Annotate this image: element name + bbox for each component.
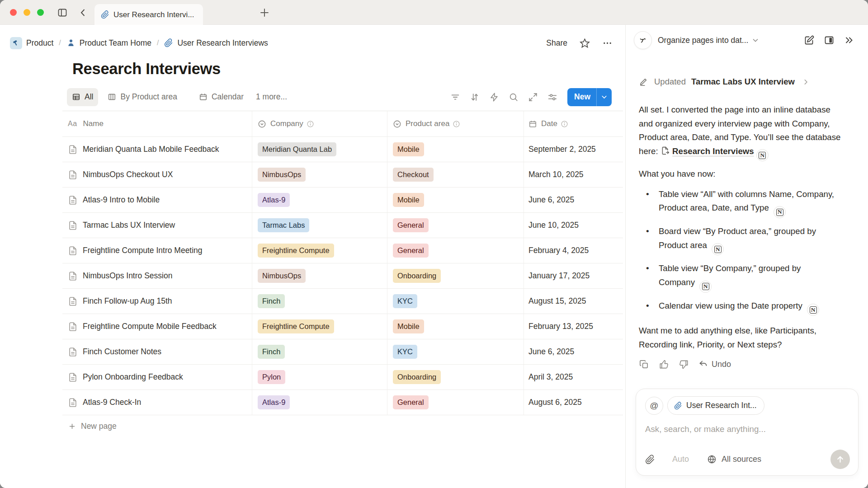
toggle-sidebar-icon[interactable] bbox=[57, 7, 68, 18]
row-company-cell[interactable]: NimbusOps bbox=[252, 263, 387, 288]
product-area-tag[interactable]: General bbox=[393, 395, 429, 410]
row-name-cell[interactable]: Pylon Onboarding Feedback bbox=[62, 365, 252, 389]
row-name-cell[interactable]: NimbusOps Intro Session bbox=[62, 263, 252, 288]
product-area-tag[interactable]: General bbox=[393, 244, 429, 258]
undo-button[interactable]: Undo bbox=[698, 360, 731, 369]
view-tab-calendar[interactable]: Calendar bbox=[194, 88, 249, 106]
row-date-cell[interactable]: February 4, 2025 bbox=[524, 238, 623, 263]
row-date-cell[interactable]: March 10, 2025 bbox=[524, 162, 623, 187]
company-tag[interactable]: Finch bbox=[258, 345, 285, 359]
row-name-cell[interactable]: Meridian Quanta Lab Mobile Feedback bbox=[62, 137, 252, 162]
row-date-cell[interactable]: January 17, 2025 bbox=[524, 263, 623, 288]
collapse-panel-chevrons-icon[interactable] bbox=[844, 35, 854, 46]
row-date-cell[interactable]: August 6, 2025 bbox=[524, 390, 623, 415]
new-button[interactable]: New bbox=[567, 88, 612, 106]
row-company-cell[interactable]: Atlas-9 bbox=[252, 390, 387, 415]
more-options-icon[interactable] bbox=[602, 38, 613, 48]
table-row[interactable]: NimbusOps Checkout UX NimbusOps Checkout… bbox=[62, 162, 623, 188]
new-page-button[interactable]: New page bbox=[62, 415, 623, 437]
breadcrumb-item-product[interactable]: Product bbox=[10, 37, 53, 49]
company-tag[interactable]: Meridian Quanta Lab bbox=[258, 142, 336, 157]
notion-page-badge-icon[interactable]: N bbox=[699, 281, 712, 293]
table-row[interactable]: Atlas-9 Intro to Mobile Atlas-9 Mobile J… bbox=[62, 188, 623, 213]
table-row[interactable]: Atlas-9 Check-In Atlas-9 General August … bbox=[62, 390, 623, 415]
product-area-tag[interactable]: Mobile bbox=[393, 319, 424, 334]
favorite-star-icon[interactable] bbox=[580, 38, 590, 48]
updated-page-row[interactable]: Updated Tarmac Labs UX Interview bbox=[639, 77, 856, 87]
info-icon[interactable] bbox=[307, 120, 314, 128]
auto-mode-button[interactable]: Auto bbox=[672, 455, 689, 464]
table-row[interactable]: Meridian Quanta Lab Mobile Feedback Meri… bbox=[62, 137, 623, 162]
column-header-product-area[interactable]: Product area bbox=[387, 111, 524, 136]
company-tag[interactable]: Tarmac Labs bbox=[258, 218, 309, 233]
row-company-cell[interactable]: NimbusOps bbox=[252, 162, 387, 187]
row-date-cell[interactable]: June 6, 2025 bbox=[524, 188, 623, 212]
search-icon[interactable] bbox=[509, 92, 519, 102]
notion-page-badge-icon[interactable]: N bbox=[712, 243, 724, 255]
row-company-cell[interactable]: Atlas-9 bbox=[252, 188, 387, 212]
row-company-cell[interactable]: Freightline Compute bbox=[252, 238, 387, 263]
company-tag[interactable]: Atlas-9 bbox=[258, 395, 290, 410]
row-product-area-cell[interactable]: General bbox=[387, 390, 524, 415]
row-name-cell[interactable]: Freightline Compute Intro Meeting bbox=[62, 238, 252, 263]
zoom-window-button[interactable] bbox=[37, 9, 44, 16]
notion-page-badge-icon[interactable]: N bbox=[756, 149, 769, 161]
company-tag[interactable]: Atlas-9 bbox=[258, 193, 290, 207]
notion-page-badge-icon[interactable]: N bbox=[807, 304, 819, 316]
context-page-chip[interactable]: User Research Int... bbox=[667, 396, 764, 415]
row-date-cell[interactable]: February 13, 2025 bbox=[524, 314, 623, 339]
toggle-panel-icon[interactable] bbox=[824, 35, 835, 46]
ai-conversation[interactable]: Updated Tarmac Labs UX Interview All set… bbox=[626, 56, 868, 385]
product-area-tag[interactable]: Onboarding bbox=[393, 269, 441, 283]
row-product-area-cell[interactable]: KYC bbox=[387, 339, 524, 364]
product-area-tag[interactable]: General bbox=[393, 218, 429, 233]
company-tag[interactable]: Freightline Compute bbox=[258, 319, 334, 334]
row-product-area-cell[interactable]: Onboarding bbox=[387, 365, 524, 389]
column-header-name[interactable]: Aa Name bbox=[62, 111, 252, 136]
row-product-area-cell[interactable]: Mobile bbox=[387, 314, 524, 339]
table-row[interactable]: Pylon Onboarding Feedback Pylon Onboardi… bbox=[62, 365, 623, 390]
product-area-tag[interactable]: Mobile bbox=[393, 142, 424, 157]
row-product-area-cell[interactable]: Mobile bbox=[387, 137, 524, 162]
row-company-cell[interactable]: Tarmac Labs bbox=[252, 213, 387, 238]
notion-page-badge-icon[interactable]: N bbox=[774, 206, 786, 218]
view-options-sliders-icon[interactable] bbox=[547, 92, 557, 102]
table-row[interactable]: Freightline Compute Mobile Feedback Frei… bbox=[62, 314, 623, 339]
row-name-cell[interactable]: Tarmac Labs UX Interview bbox=[62, 213, 252, 238]
row-date-cell[interactable]: September 2, 2025 bbox=[524, 137, 623, 162]
company-tag[interactable]: Freightline Compute bbox=[258, 244, 334, 258]
product-area-tag[interactable]: Checkout bbox=[393, 168, 434, 182]
row-product-area-cell[interactable]: Checkout bbox=[387, 162, 524, 187]
row-name-cell[interactable]: Finch Customer Notes bbox=[62, 339, 252, 364]
product-area-tag[interactable]: Onboarding bbox=[393, 370, 441, 385]
info-icon[interactable] bbox=[453, 120, 460, 128]
table-row[interactable]: Finch Customer Notes Finch KYC June 6, 2… bbox=[62, 339, 623, 365]
table-row[interactable]: Freightline Compute Intro Meeting Freigh… bbox=[62, 238, 623, 263]
copy-icon[interactable] bbox=[639, 359, 649, 370]
minimize-window-button[interactable] bbox=[24, 9, 30, 16]
breadcrumb-item-team-home[interactable]: Product Team Home bbox=[66, 38, 151, 48]
row-name-cell[interactable]: Atlas-9 Intro to Mobile bbox=[62, 188, 252, 212]
company-tag[interactable]: NimbusOps bbox=[258, 269, 306, 283]
sort-icon[interactable] bbox=[470, 92, 480, 102]
mention-button[interactable]: @ bbox=[645, 397, 663, 415]
filter-icon[interactable] bbox=[450, 92, 460, 102]
browser-tab[interactable]: User Research Intervi... bbox=[94, 4, 203, 25]
row-product-area-cell[interactable]: KYC bbox=[387, 289, 524, 314]
row-product-area-cell[interactable]: Mobile bbox=[387, 188, 524, 212]
row-company-cell[interactable]: Finch bbox=[252, 339, 387, 364]
row-product-area-cell[interactable]: Onboarding bbox=[387, 263, 524, 288]
company-tag[interactable]: Finch bbox=[258, 294, 285, 309]
table-row[interactable]: Tarmac Labs UX Interview Tarmac Labs Gen… bbox=[62, 213, 623, 238]
row-product-area-cell[interactable]: General bbox=[387, 238, 524, 263]
thumbs-down-icon[interactable] bbox=[679, 359, 689, 370]
new-button-dropdown[interactable] bbox=[596, 88, 612, 106]
row-date-cell[interactable]: June 6, 2025 bbox=[524, 339, 623, 364]
breadcrumb-item-current-page[interactable]: User Research Interviews bbox=[164, 38, 268, 48]
row-name-cell[interactable]: Atlas-9 Check-In bbox=[62, 390, 252, 415]
product-area-tag[interactable]: KYC bbox=[393, 345, 417, 359]
product-area-tag[interactable]: Mobile bbox=[393, 193, 424, 207]
composer-input[interactable]: Ask, search, or make anything... bbox=[645, 424, 850, 434]
new-chat-compose-icon[interactable] bbox=[804, 35, 815, 46]
row-date-cell[interactable]: August 15, 2025 bbox=[524, 289, 623, 314]
